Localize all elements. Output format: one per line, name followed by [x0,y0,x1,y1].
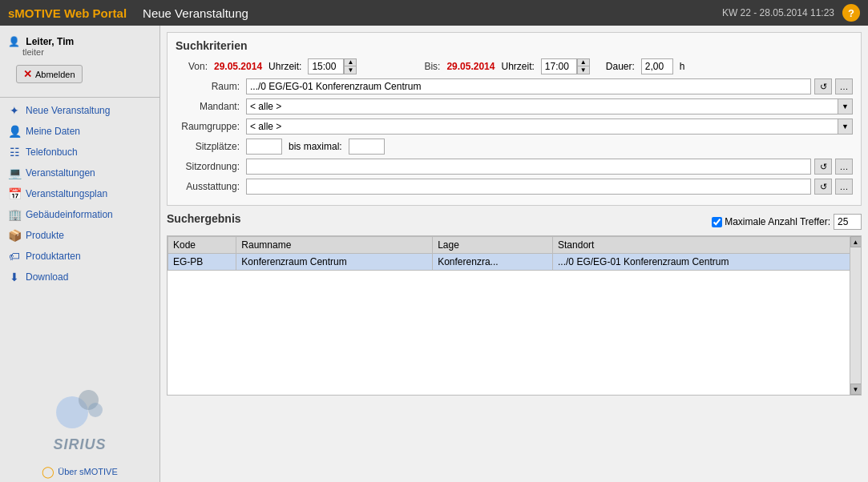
tag-icon: 🏷 [8,250,21,263]
user-icon: 👤 [8,36,20,47]
sidebar-item-produktarten[interactable]: 🏷 Produktarten [0,246,159,267]
sidebar-item-neue-veranstaltung[interactable]: ✦ Neue Veranstaltung [0,100,159,121]
about-link[interactable]: ◯ Über sMOTIVE [0,465,159,478]
sidebar: 👤 Leiter, Tim tleiter ✕ Abmelden ✦ Neue … [0,26,160,482]
scrollbar[interactable]: ▲ ▼ [850,236,861,395]
mandant-dropdown-arrow[interactable]: ▼ [838,98,853,114]
raumgruppe-select[interactable]: < alle > [246,118,838,135]
h-label: h [680,61,685,72]
page-title: Neue Veranstaltung [143,6,722,20]
ausstattung-input[interactable] [246,179,811,195]
username: tleiter [8,47,151,57]
sitzplaetze-row: Sitzplätze: bis maximal: [176,139,853,155]
bis-maximal-label: bis maximal: [289,141,342,152]
sidebar-item-download[interactable]: ⬇ Download [0,267,159,287]
sitzplaetze-min-input[interactable] [246,139,282,155]
max-hits-label: Maximale Anzahl Treffer: [725,216,830,227]
nav-label: Produktarten [26,251,81,262]
mandant-select[interactable]: < alle > [246,98,838,114]
cell-raumname: Konferenzraum Centrum [236,254,433,271]
raum-reset-button[interactable]: ↺ [814,78,832,94]
scroll-up[interactable]: ▲ [850,236,862,247]
max-hits-checkbox-container: Maximale Anzahl Treffer: [712,216,830,227]
raumgruppe-label: Raumgruppe: [176,121,240,132]
help-button[interactable]: ? [842,4,860,22]
col-standort: Standort [553,237,861,254]
raumgruppe-dropdown-arrow[interactable]: ▼ [838,118,853,135]
col-raumname: Raumname [236,237,433,254]
search-criteria-title: Suchkriterien [176,39,853,52]
bis-label: Bis: [376,61,440,72]
sitzordnung-input[interactable] [246,159,811,175]
von-time-up[interactable]: ▲ [345,59,356,66]
grid-icon: ☷ [8,146,21,159]
results-title: Suchergebnis [167,212,241,225]
sidebar-item-meine-daten[interactable]: 👤 Meine Daten [0,121,159,142]
nav-label: Gebäudeinformation [26,209,113,220]
bis-time-up[interactable]: ▲ [578,59,589,66]
sitzordnung-search-button[interactable]: … [835,159,853,175]
date-info: KW 22 - 28.05.2014 11:23 [722,7,834,18]
von-date: 29.05.2014 [214,61,262,72]
about-icon: ◯ [42,465,55,478]
results-container: Kode Raumname Lage Standort EG-PB Konfer… [167,235,862,396]
sidebar-item-telefonbuch[interactable]: ☷ Telefonbuch [0,142,159,163]
table-row[interactable]: EG-PB Konferenzraum Centrum Konferenzra.… [168,254,861,271]
ausstattung-label: Ausstattung: [176,181,240,192]
results-table: Kode Raumname Lage Standort EG-PB Konfer… [168,236,861,271]
bis-time-spinner[interactable]: ▲ ▼ [577,58,590,74]
sirius-text: SIRIUS [8,436,151,453]
von-label: Von: [176,61,208,72]
raum-row: Raum: ↺ … [176,78,853,94]
sidebar-item-gebaeudeinformation[interactable]: 🏢 Gebäudeinformation [0,204,159,225]
raum-label: Raum: [176,81,240,92]
nav-divider [0,97,159,98]
von-time-down[interactable]: ▼ [345,66,356,74]
nav-label: Neue Veranstaltung [26,105,110,116]
search-criteria-section: Suchkriterien Von: 29.05.2014 Uhrzeit: ▲… [167,32,862,206]
max-hits-input[interactable] [834,214,862,230]
results-section: Suchergebnis Maximale Anzahl Treffer: Ko… [167,212,862,396]
calendar-plus-icon: ✦ [8,104,21,117]
raum-search-button[interactable]: … [835,78,853,94]
nav-label: Telefonbuch [26,147,78,158]
app-title: sMOTIVE Web Portal [8,6,127,20]
cell-lage: Konferenzra... [433,254,553,271]
main-content: Suchkriterien Von: 29.05.2014 Uhrzeit: ▲… [160,26,868,482]
download-icon: ⬇ [8,271,21,283]
ausstattung-search-button[interactable]: … [835,179,853,195]
nav-label: Download [26,271,68,283]
ausstattung-reset-button[interactable]: ↺ [814,179,832,195]
max-hits-checkbox[interactable] [712,217,722,227]
x-icon: ✕ [23,68,32,80]
von-uhrzeit-label: Uhrzeit: [268,61,301,72]
von-time-input[interactable] [308,58,344,74]
sitzordnung-label: Sitzordnung: [176,161,240,172]
sidebar-item-veranstaltungsplan[interactable]: 📅 Veranstaltungsplan [0,183,159,204]
sitzordnung-reset-button[interactable]: ↺ [814,159,832,175]
header: sMOTIVE Web Portal Neue Veranstaltung KW… [0,0,868,26]
sitzplaetze-label: Sitzplätze: [176,141,240,152]
bis-time-input[interactable] [541,58,577,74]
user-name: Leiter, Tim [26,36,74,47]
person-icon: 👤 [8,125,21,138]
monitor-icon: 💻 [8,167,21,179]
sidebar-item-produkte[interactable]: 📦 Produkte [0,225,159,246]
nav-label: Produkte [26,230,64,241]
sirius-logo: SIRIUS [0,372,159,461]
scroll-down[interactable]: ▼ [850,384,862,395]
dauer-input[interactable] [641,58,673,74]
col-kode: Kode [168,237,236,254]
sitzplaetze-max-input[interactable] [349,139,385,155]
logout-button[interactable]: ✕ Abmelden [16,65,83,83]
mandant-label: Mandant: [176,101,240,112]
raum-input[interactable] [246,78,811,94]
building-icon: 🏢 [8,208,21,221]
sitzordnung-row: Sitzordnung: ↺ … [176,159,853,175]
nav-label: Veranstaltungsplan [26,188,107,199]
sidebar-item-veranstaltungen[interactable]: 💻 Veranstaltungen [0,163,159,183]
von-time-spinner[interactable]: ▲ ▼ [344,58,357,74]
nav-label: Meine Daten [26,126,80,137]
user-info: 👤 Leiter, Tim tleiter [0,30,159,61]
bis-time-down[interactable]: ▼ [578,66,589,74]
